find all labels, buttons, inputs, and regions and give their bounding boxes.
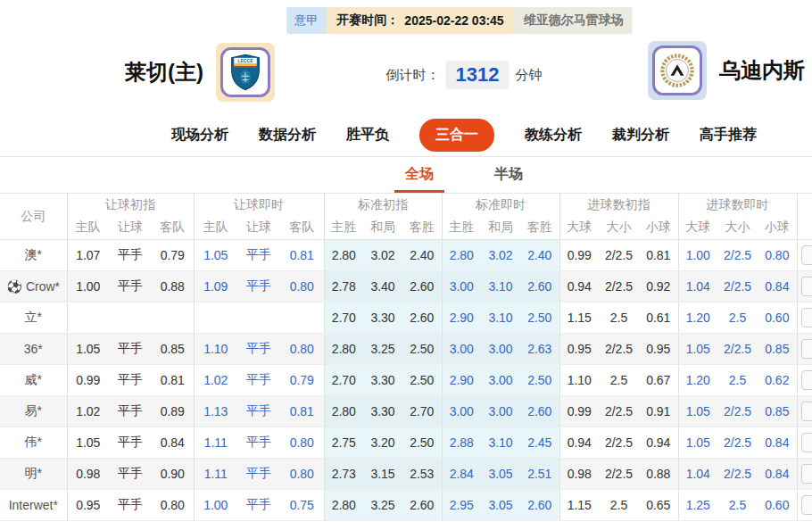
- odds-cell: 2.75: [324, 427, 363, 459]
- team-header: 莱切(主) LECCE 倒计时： 1312 分钟: [0, 41, 812, 104]
- home-team-crest-icon: LECCE: [220, 47, 270, 97]
- odds-cell: 平手: [109, 490, 152, 521]
- odds-cell: 0.62: [758, 365, 797, 396]
- odds-page: 意甲 开赛时间：2025-02-22 03:45 维亚德尔马雷球场 莱切(主) …: [0, 0, 812, 522]
- row-detail-button[interactable]: [801, 339, 812, 359]
- odds-cell: 平手: [109, 271, 152, 302]
- period-tabs: 全场半场: [58, 158, 812, 193]
- period-tab-1[interactable]: 全场: [394, 158, 444, 193]
- company-cell[interactable]: 易*: [0, 396, 67, 427]
- odds-row: Interwet*0.95平手0.801.00平手0.752.803.252.6…: [0, 490, 812, 521]
- odds-cell: 0.75: [280, 490, 324, 521]
- odds-cell: 0.81: [280, 240, 324, 271]
- company-name: Interwet*: [9, 498, 58, 512]
- odds-cell: 1.04: [678, 271, 717, 302]
- venue-label: 维亚德尔马雷球场: [515, 7, 633, 34]
- odds-cell: 2.50: [402, 365, 442, 396]
- nav-tab-5[interactable]: 教练分析: [525, 126, 582, 145]
- company-name: Crow*: [26, 279, 60, 294]
- odds-cell: 0.85: [758, 396, 797, 427]
- row-detail-button[interactable]: [801, 464, 812, 484]
- row-detail-button[interactable]: [801, 308, 812, 327]
- odds-cell: 1.25: [678, 490, 717, 521]
- odds-cell: 1.20: [678, 365, 717, 396]
- kickoff-label: 开赛时间：: [336, 12, 399, 29]
- period-tab-2[interactable]: 半场: [484, 158, 534, 193]
- row-detail-button[interactable]: [801, 245, 812, 265]
- odds-cell: 2.53: [402, 459, 442, 490]
- nav-tab-2[interactable]: 数据分析: [259, 126, 316, 145]
- cutoff-column-header: [797, 194, 812, 240]
- odds-cell: 2.5: [599, 365, 639, 396]
- group-header-2: 让球即时: [194, 194, 324, 217]
- odds-cell: [152, 302, 194, 334]
- away-team-crest-icon: [652, 46, 702, 95]
- odds-cell: 2/2.5: [717, 240, 758, 271]
- odds-cell: 0.94: [559, 427, 599, 459]
- kickoff-info: 开赛时间：2025-02-22 03:45: [326, 7, 514, 34]
- nav-tab-1[interactable]: 现场分析: [171, 126, 228, 145]
- countdown: 倒计时： 1312 分钟: [386, 61, 543, 89]
- odds-cell: 3.00: [481, 365, 520, 396]
- odds-cell: 1.00: [67, 271, 109, 302]
- odds-cell: 2.73: [324, 459, 363, 490]
- row-detail-button[interactable]: [801, 495, 812, 515]
- column-header: 客队: [152, 217, 194, 240]
- odds-cell: 2/2.5: [717, 334, 758, 365]
- company-cell[interactable]: 威*: [0, 365, 67, 396]
- row-detail-cell: [797, 240, 812, 271]
- nav-tab-4[interactable]: 三合一: [419, 119, 494, 152]
- soccer-ball-icon: ⚽: [6, 279, 21, 294]
- odds-cell: 1.09: [194, 271, 237, 302]
- league-badge[interactable]: 意甲: [286, 7, 326, 34]
- odds-cell: 3.10: [481, 302, 520, 334]
- column-header: 大球: [559, 217, 599, 240]
- odds-cell: 0.81: [152, 365, 194, 396]
- odds-cell: 1.15: [559, 490, 599, 521]
- row-detail-cell: [797, 427, 812, 459]
- odds-cell: 2/2.5: [717, 459, 758, 490]
- odds-cell: 平手: [109, 396, 152, 427]
- odds-cell: 2.5: [599, 490, 639, 521]
- row-detail-button[interactable]: [801, 370, 812, 390]
- odds-cell: 1.13: [194, 396, 237, 427]
- odds-cell: 0.80: [280, 334, 324, 365]
- company-name: 伟*: [25, 435, 42, 449]
- company-name: 澳*: [25, 247, 42, 261]
- column-header: 小球: [639, 217, 678, 240]
- company-cell[interactable]: 伟*: [0, 427, 67, 459]
- odds-cell: 2/2.5: [717, 271, 758, 302]
- company-cell[interactable]: ⚽Crow*: [0, 271, 67, 302]
- column-header: 客胜: [520, 217, 559, 240]
- company-cell[interactable]: 36*: [0, 334, 67, 365]
- odds-cell: 0.81: [280, 396, 324, 427]
- nav-tab-6[interactable]: 裁判分析: [612, 126, 669, 145]
- odds-cell: 2/2.5: [717, 396, 758, 427]
- nav-tab-7[interactable]: 高手推荐: [700, 126, 757, 145]
- odds-cell: 3.05: [481, 490, 520, 521]
- odds-cell: 2.90: [442, 365, 481, 396]
- row-detail-button[interactable]: [801, 402, 812, 421]
- odds-cell: 0.94: [639, 427, 678, 459]
- odds-cell: 0.80: [152, 490, 194, 521]
- odds-row: 澳*1.07平手0.791.05平手0.812.803.022.402.803.…: [0, 240, 812, 271]
- company-cell[interactable]: 澳*: [0, 240, 67, 271]
- away-team-logo: [648, 41, 707, 100]
- odds-cell: 0.65: [639, 490, 678, 521]
- odds-cell: [237, 302, 280, 334]
- odds-cell: 平手: [237, 459, 280, 490]
- row-detail-button[interactable]: [801, 433, 812, 452]
- odds-row: 威*0.99平手0.811.02平手0.792.703.302.502.903.…: [0, 365, 812, 396]
- company-name: 明*: [25, 466, 42, 480]
- row-detail-cell: [797, 459, 812, 490]
- company-cell[interactable]: Interwet*: [0, 490, 67, 521]
- odds-cell: [194, 302, 237, 334]
- odds-cell: 2/2.5: [717, 427, 758, 459]
- kickoff-time: 2025-02-22 03:45: [404, 13, 503, 28]
- company-cell[interactable]: 立*: [0, 302, 67, 334]
- row-detail-button[interactable]: [801, 277, 812, 296]
- odds-cell: 2/2.5: [599, 459, 639, 490]
- nav-tab-3[interactable]: 胜平负: [346, 126, 389, 145]
- company-cell[interactable]: 明*: [0, 459, 67, 490]
- odds-cell: 2.84: [442, 459, 481, 490]
